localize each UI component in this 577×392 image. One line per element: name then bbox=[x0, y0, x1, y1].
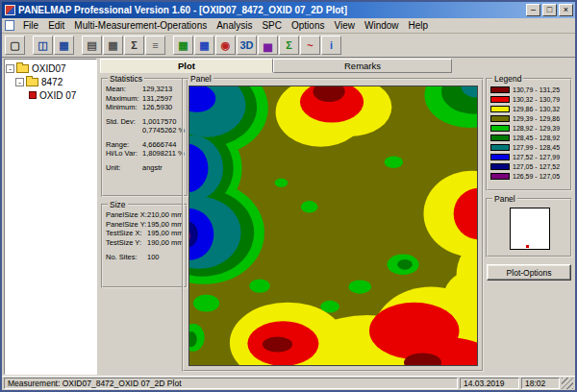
statistics-row: Unit: angstr bbox=[106, 163, 185, 173]
size-row: TestSize X: 195,00 mm bbox=[106, 229, 184, 238]
menu-item[interactable]: Analysis bbox=[212, 19, 257, 32]
statistics-row: Range: 4,6666744 bbox=[106, 140, 185, 150]
legend-range-label: 126,59 - 127,05 bbox=[513, 173, 560, 180]
legend-range-label: 127,52 - 127,99 bbox=[513, 154, 560, 160]
menu-item[interactable]: File bbox=[18, 19, 43, 32]
legend-range-label: 130,32 - 130,79 bbox=[513, 96, 560, 103]
size-row: TestSize Y: 190,00 mm bbox=[106, 238, 184, 248]
collapse-icon[interactable]: - bbox=[6, 64, 14, 73]
bar-chart-icon[interactable]: ▅ bbox=[258, 36, 278, 55]
notes-icon[interactable]: ≡ bbox=[145, 36, 165, 55]
main-area: Plot Remarks Statistics Mean: 129,3213 bbox=[100, 59, 573, 375]
status-date: 14.03.2019 bbox=[460, 378, 519, 389]
legend-range-label: 128,45 - 128,92 bbox=[513, 135, 560, 141]
menu-item[interactable]: SPC bbox=[257, 19, 287, 32]
menu-item[interactable]: Help bbox=[404, 19, 434, 32]
legend-color-swatch bbox=[490, 106, 510, 112]
sigma-statistics-icon[interactable]: Σ bbox=[279, 36, 299, 55]
collapse-icon[interactable]: - bbox=[15, 78, 24, 86]
legend-entry: 129,86 - 130,32 bbox=[490, 104, 568, 113]
folder-icon bbox=[16, 64, 29, 73]
tab-plot[interactable]: Plot bbox=[100, 59, 273, 73]
edit-table-icon[interactable]: ▤ bbox=[82, 36, 102, 55]
statistics-row: Maximum: 131,2597 bbox=[106, 94, 185, 104]
statistics-title: Statistics bbox=[108, 74, 144, 84]
legend-color-swatch bbox=[490, 125, 510, 132]
menubar: File Edit Multi-Measurement-Operations A… bbox=[2, 18, 575, 34]
size-groupbox: Size PanelSize X: 210,00 mm PanelSize Y:… bbox=[101, 200, 188, 288]
measurement-node-icon bbox=[29, 91, 37, 99]
panel-groupbox: Panel bbox=[182, 74, 484, 372]
statistics-row: Minimum: 126,5930 bbox=[106, 103, 185, 112]
legend-range-label: 127,05 - 127,52 bbox=[513, 163, 560, 170]
tabbar: Plot Remarks bbox=[100, 59, 573, 73]
size-row: PanelSize X: 210,00 mm bbox=[106, 210, 184, 220]
content-area: - OXID07 - 8472 OXID 07 Plot Remarks bbox=[2, 58, 575, 376]
resize-grip[interactable] bbox=[562, 378, 573, 389]
cascade-windows-icon[interactable]: ◫ bbox=[33, 36, 53, 55]
spc-chart-icon[interactable]: ~ bbox=[300, 36, 320, 55]
legend-color-swatch bbox=[490, 163, 510, 170]
legend-entry: 127,99 - 128,45 bbox=[490, 142, 568, 152]
app-icon[interactable] bbox=[5, 5, 15, 15]
statusbar: Measurement: OXID07_8472_OXID 07_2D Plot… bbox=[2, 376, 575, 390]
legend-color-swatch bbox=[490, 86, 510, 93]
status-time: 18:02 bbox=[521, 378, 560, 389]
tree-item-label: 8472 bbox=[41, 77, 63, 87]
legend-color-swatch bbox=[490, 96, 510, 103]
tree-item-label: OXID 07 bbox=[39, 90, 76, 101]
tree-item-oxid-07[interactable]: OXID 07 bbox=[6, 88, 95, 102]
menu-item[interactable]: View bbox=[329, 19, 360, 32]
legend-entry: 126,59 - 127,05 bbox=[490, 171, 568, 181]
folder-icon bbox=[26, 78, 38, 86]
panel-title: Panel bbox=[188, 74, 213, 84]
wafer-map-icon[interactable]: ◉ bbox=[215, 36, 236, 55]
size-row: No. Sites: 100 bbox=[106, 253, 184, 262]
thickness-map-plot[interactable] bbox=[188, 86, 478, 366]
legend-color-swatch bbox=[490, 144, 510, 151]
menu-item[interactable]: Multi-Measurement-Operations bbox=[69, 19, 212, 32]
plot-options-button[interactable]: Plot-Options bbox=[487, 264, 571, 281]
maximize-button[interactable]: □ bbox=[542, 4, 557, 16]
window-title: PANELMAP Professional Version 1.60 - [OX… bbox=[18, 5, 524, 15]
plot-workspace: Statistics Mean: 129,3213 Maximum: 131,2… bbox=[100, 73, 573, 375]
legend-color-swatch bbox=[490, 115, 510, 122]
legend-groupbox: Legend 130,79 - 131,25 130,32 - 130,79 bbox=[486, 74, 572, 191]
app-window: PANELMAP Professional Version 1.60 - [OX… bbox=[0, 0, 577, 392]
menu-item[interactable]: Window bbox=[360, 19, 404, 32]
map-2d-green-icon[interactable]: ▦ bbox=[173, 36, 193, 55]
left-column: Statistics Mean: 129,3213 Maximum: 131,2… bbox=[100, 74, 181, 375]
statistics-groupbox: Statistics Mean: 129,3213 Maximum: 131,2… bbox=[101, 74, 188, 197]
tree-item-oxid07[interactable]: - OXID07 bbox=[6, 61, 95, 75]
menu-item[interactable]: Options bbox=[287, 19, 329, 32]
new-document-icon[interactable]: ▢ bbox=[5, 36, 25, 55]
tree-item-8472[interactable]: - 8472 bbox=[6, 75, 95, 88]
tile-windows-icon[interactable]: ▦ bbox=[54, 36, 74, 55]
sum-table-icon[interactable]: Σ bbox=[124, 36, 144, 55]
panel-preview-title: Panel bbox=[492, 194, 517, 204]
minimize-button[interactable]: – bbox=[526, 4, 540, 16]
legend-entry: 127,05 - 127,52 bbox=[490, 161, 568, 171]
right-column: Legend 130,79 - 131,25 130,32 - 130,79 bbox=[485, 74, 573, 375]
legend-entry: 129,39 - 129,86 bbox=[490, 113, 568, 123]
view-3d-icon[interactable]: 3D bbox=[237, 36, 257, 55]
legend-range-label: 127,99 - 128,45 bbox=[513, 144, 560, 151]
statistics-row: Hi/Lo Var: 1,8098211 % bbox=[106, 149, 185, 159]
legend-title: Legend bbox=[492, 74, 523, 84]
tree-item-label: OXID07 bbox=[32, 63, 66, 74]
map-2d-blue-icon[interactable]: ▦ bbox=[194, 36, 214, 55]
legend-range-label: 129,39 - 129,86 bbox=[513, 115, 560, 122]
statistics-row: 0,7745262 % bbox=[106, 126, 185, 135]
info-icon[interactable]: i bbox=[321, 36, 341, 55]
legend-entry: 128,45 - 128,92 bbox=[490, 133, 568, 142]
close-button[interactable]: × bbox=[559, 4, 573, 16]
mdi-child-icon[interactable] bbox=[5, 20, 14, 31]
panel-orientation-mark bbox=[526, 245, 529, 248]
data-grid-icon[interactable]: ▦ bbox=[103, 36, 123, 55]
menu-item[interactable]: Edit bbox=[43, 19, 69, 32]
legend-entry: 128,92 - 129,39 bbox=[490, 123, 568, 133]
titlebar: PANELMAP Professional Version 1.60 - [OX… bbox=[2, 2, 575, 18]
tab-remarks[interactable]: Remarks bbox=[273, 59, 452, 73]
legend-range-label: 128,92 - 129,39 bbox=[513, 125, 560, 132]
legend-range-label: 129,86 - 130,32 bbox=[513, 106, 560, 112]
